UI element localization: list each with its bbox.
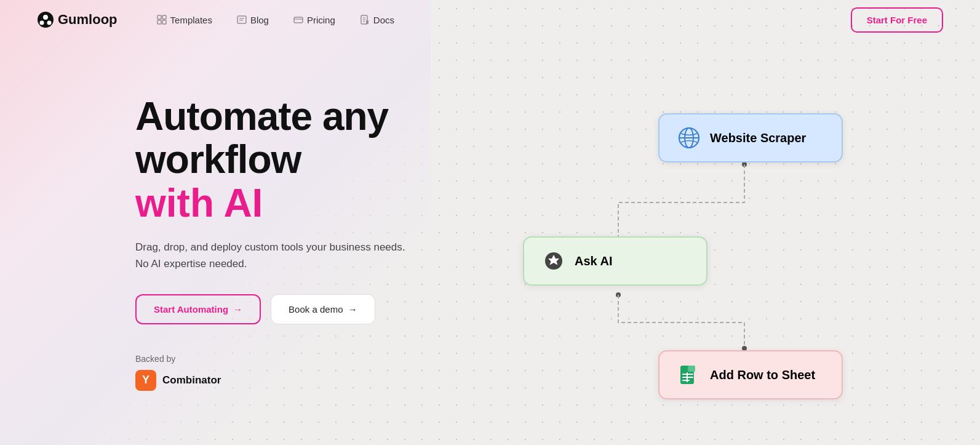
book-demo-button[interactable]: Book a demo → <box>271 294 375 324</box>
svg-rect-8 <box>237 16 246 23</box>
svg-rect-4 <box>157 15 161 19</box>
nav-pricing[interactable]: Pricing <box>284 10 345 30</box>
openai-icon <box>543 250 565 272</box>
sheets-icon-wrapper <box>677 363 701 387</box>
docs-icon <box>360 15 370 25</box>
svg-rect-7 <box>162 20 166 24</box>
hero-section: Automate any workflow with AI Drag, drop… <box>135 76 455 391</box>
yc-logo: Y <box>135 370 156 391</box>
yc-badge: Y Combinator <box>135 370 455 391</box>
nav-links: Templates Blog Pricing <box>147 10 851 30</box>
svg-rect-11 <box>294 17 303 23</box>
templates-icon <box>157 15 167 25</box>
workflow-diagram: Website Scraper Ask AI <box>455 76 845 396</box>
navbar-right: Start For Free <box>851 7 943 33</box>
logo-icon <box>37 11 54 28</box>
hero-buttons: Start Automating → Book a demo → <box>135 294 455 324</box>
arrow-right-icon-2: → <box>348 304 357 315</box>
globe-icon-wrapper <box>677 126 701 150</box>
svg-point-3 <box>47 21 52 25</box>
main-content: Automate any workflow with AI Drag, drop… <box>0 39 980 445</box>
hero-subtitle: Drag, drop, and deploy custom tools your… <box>135 239 406 272</box>
node-website-scraper-label: Website Scraper <box>710 131 806 145</box>
svg-point-1 <box>43 15 48 20</box>
svg-point-20 <box>616 292 621 297</box>
backed-by-section: Backed by Y Combinator <box>135 354 455 391</box>
svg-point-18 <box>742 162 747 167</box>
start-automating-button[interactable]: Start Automating → <box>135 294 261 324</box>
node-ask-ai: Ask AI <box>523 236 707 286</box>
svg-rect-26 <box>688 366 695 372</box>
sheets-icon <box>678 364 700 386</box>
globe-icon <box>678 127 700 149</box>
workflow-inner: Website Scraper Ask AI <box>504 113 843 396</box>
svg-rect-30 <box>687 372 688 382</box>
navbar: Gumloop Templates Blog Pric <box>0 0 980 39</box>
svg-rect-29 <box>682 380 690 381</box>
logo[interactable]: Gumloop <box>37 11 118 28</box>
blog-icon <box>237 15 247 25</box>
hero-title-ai: with AI <box>135 182 455 225</box>
pricing-icon <box>293 15 303 25</box>
svg-point-2 <box>40 21 44 25</box>
nav-templates[interactable]: Templates <box>147 10 222 30</box>
node-website-scraper: Website Scraper <box>658 113 843 162</box>
arrow-right-icon: → <box>233 304 242 315</box>
node-add-row-label: Add Row to Sheet <box>710 368 815 382</box>
node-add-row-sheet: Add Row to Sheet <box>658 350 843 399</box>
svg-rect-17 <box>366 20 368 24</box>
node-ask-ai-label: Ask AI <box>575 254 613 268</box>
yc-company-name: Combinator <box>162 374 221 387</box>
svg-rect-6 <box>157 20 161 24</box>
hero-title: Automate any workflow <box>135 95 455 182</box>
nav-blog[interactable]: Blog <box>227 10 279 30</box>
start-for-free-button[interactable]: Start For Free <box>851 7 943 33</box>
openai-icon-wrapper <box>541 249 566 273</box>
nav-docs[interactable]: Docs <box>350 10 404 30</box>
svg-rect-5 <box>162 15 166 19</box>
